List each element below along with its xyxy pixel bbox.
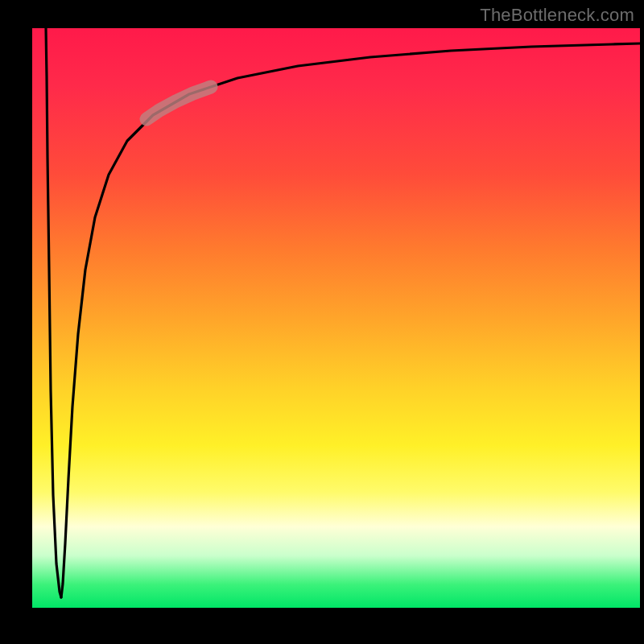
highlight-band [147,87,211,119]
curve-descending-branch [46,28,61,597]
curve-ascending-branch [61,43,640,597]
frame-left [0,0,32,644]
bottleneck-chart: TheBottleneck.com [0,0,644,644]
watermark: TheBottleneck.com [480,5,634,26]
curve-layer [32,28,640,608]
frame-bottom [0,608,644,644]
